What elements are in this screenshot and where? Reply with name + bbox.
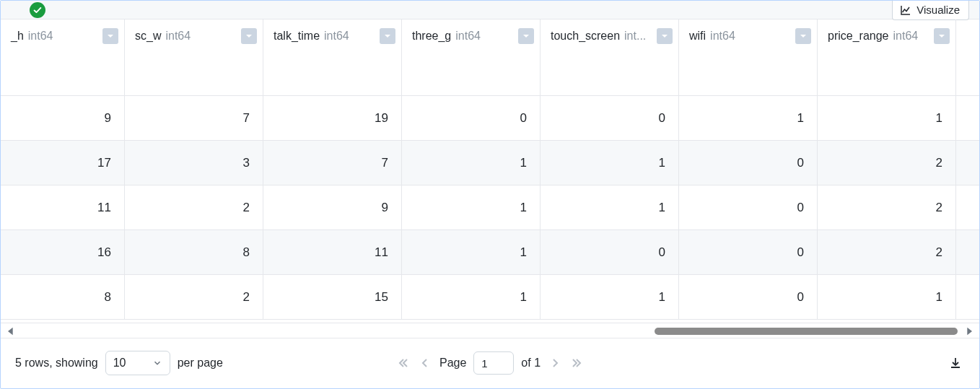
column-header[interactable]: sc_w int64 <box>125 19 263 95</box>
cell[interactable]: 17 <box>1 141 124 185</box>
chart-line-icon <box>900 4 911 16</box>
column-name: wifi <box>689 30 706 43</box>
dataframe-output-panel: Visualize _h int64 sc_w int64 <box>0 0 980 389</box>
column-type: int... <box>624 30 646 43</box>
cell[interactable]: 2 <box>125 275 263 319</box>
prev-page-button[interactable] <box>418 356 432 370</box>
cell[interactable]: 1 <box>818 96 955 140</box>
column-gutter <box>956 19 979 95</box>
column-name: talk_time <box>274 30 320 43</box>
download-button[interactable] <box>946 354 965 372</box>
rows-per-page-select[interactable]: 10 <box>105 351 170 375</box>
chevron-left-icon <box>419 357 431 369</box>
table-row: 11 2 9 1 1 0 2 <box>1 185 979 230</box>
cell[interactable]: 1 <box>402 275 540 319</box>
table-row: 8 2 15 1 1 0 1 <box>1 275 979 320</box>
per-page-label: per page <box>178 357 223 370</box>
column-header[interactable]: price_range int64 <box>818 19 956 95</box>
column-type: int64 <box>455 30 481 43</box>
column-type: int64 <box>165 30 191 43</box>
cell[interactable]: 0 <box>679 230 817 274</box>
cell[interactable]: 1 <box>541 185 678 230</box>
chevron-down-icon <box>937 32 946 40</box>
column-menu-button[interactable] <box>657 28 673 44</box>
next-page-button[interactable] <box>548 356 562 370</box>
cell[interactable]: 1 <box>541 141 678 185</box>
table-row: 17 3 7 1 1 0 2 <box>1 141 979 185</box>
chevron-down-icon <box>383 32 392 40</box>
cell[interactable]: 0 <box>679 185 817 230</box>
cell[interactable]: 0 <box>402 96 540 140</box>
cell[interactable]: 2 <box>818 141 955 185</box>
first-page-button[interactable] <box>396 356 411 370</box>
visualize-button[interactable]: Visualize <box>892 0 969 20</box>
column-name: price_range <box>828 30 889 43</box>
scroll-left-button[interactable] <box>5 325 17 337</box>
triangle-right-icon <box>963 325 975 337</box>
cell[interactable]: 0 <box>679 141 817 185</box>
cell[interactable]: 1 <box>818 275 955 319</box>
cell[interactable]: 0 <box>541 96 678 140</box>
cell[interactable]: 19 <box>263 96 401 140</box>
page-label: Page <box>439 357 466 370</box>
page-number-input[interactable] <box>473 351 514 375</box>
rows-per-page-value: 10 <box>113 357 126 370</box>
horizontal-scrollbar[interactable] <box>1 323 979 338</box>
chevron-right-icon <box>549 357 561 369</box>
header-row: _h int64 sc_w int64 talk_time <box>1 19 979 96</box>
column-type: int64 <box>28 30 53 43</box>
column-header[interactable]: _h int64 <box>1 19 125 95</box>
chevron-down-icon <box>245 32 253 40</box>
column-menu-button[interactable] <box>241 28 257 44</box>
table-row: 9 7 19 0 0 1 1 <box>1 96 979 141</box>
cell[interactable]: 9 <box>1 96 124 140</box>
success-status-badge <box>30 2 45 18</box>
column-menu-button[interactable] <box>795 28 811 44</box>
cell[interactable]: 2 <box>125 185 263 230</box>
column-header[interactable]: touch_screen int... <box>541 19 679 95</box>
last-page-button[interactable] <box>569 356 584 370</box>
scroll-right-button[interactable] <box>963 325 975 337</box>
chevron-down-icon <box>106 32 115 40</box>
table-row: 16 8 11 1 0 0 2 <box>1 230 979 275</box>
chevron-double-right-icon <box>571 357 582 369</box>
cell[interactable]: 1 <box>402 185 540 230</box>
column-menu-button[interactable] <box>518 28 534 44</box>
cell[interactable]: 7 <box>125 96 263 140</box>
cell[interactable]: 8 <box>125 230 263 274</box>
column-menu-button[interactable] <box>102 28 118 44</box>
download-icon <box>948 356 963 370</box>
column-menu-button[interactable] <box>380 28 395 44</box>
column-name: three_g <box>412 30 451 43</box>
column-name: touch_screen <box>551 30 620 43</box>
column-menu-button[interactable] <box>934 28 950 44</box>
cell[interactable]: 9 <box>263 185 401 230</box>
cell[interactable]: 16 <box>1 230 124 274</box>
chevron-down-icon <box>799 32 808 40</box>
cell[interactable]: 1 <box>679 96 817 140</box>
visualize-label: Visualize <box>916 4 960 16</box>
column-type: int64 <box>893 30 919 43</box>
cell[interactable]: 15 <box>263 275 401 319</box>
column-header[interactable]: talk_time int64 <box>263 19 402 95</box>
cell[interactable]: 1 <box>402 141 540 185</box>
cell[interactable]: 8 <box>1 275 124 319</box>
cell[interactable]: 0 <box>679 275 817 319</box>
column-type: int64 <box>324 30 349 43</box>
cell[interactable]: 11 <box>263 230 401 274</box>
cell[interactable]: 2 <box>818 230 955 274</box>
column-type: int64 <box>710 30 735 43</box>
cell[interactable]: 0 <box>541 230 678 274</box>
cell[interactable]: 1 <box>402 230 540 274</box>
cell[interactable]: 2 <box>818 185 955 230</box>
cell[interactable]: 1 <box>541 275 678 319</box>
column-header[interactable]: three_g int64 <box>402 19 541 95</box>
scrollbar-thumb[interactable] <box>655 328 958 335</box>
triangle-left-icon <box>5 325 17 337</box>
cell[interactable]: 11 <box>1 185 124 230</box>
check-icon <box>32 5 43 15</box>
page-of-label: of 1 <box>521 357 541 370</box>
cell[interactable]: 7 <box>263 141 401 185</box>
column-header[interactable]: wifi int64 <box>679 19 818 95</box>
cell[interactable]: 3 <box>125 141 263 185</box>
